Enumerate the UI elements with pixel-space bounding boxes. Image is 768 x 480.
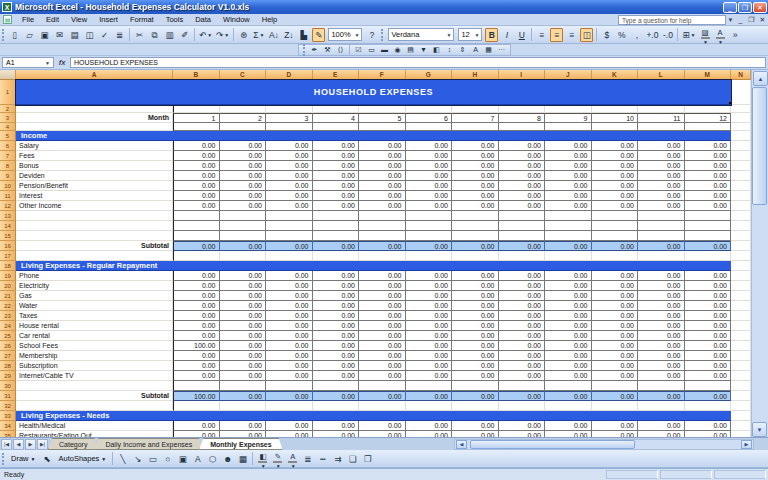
value-cell[interactable]: 0.00 <box>545 421 592 431</box>
empty-bordered-cell[interactable] <box>638 123 685 131</box>
subtotal-label-cell[interactable]: Subtotal <box>16 391 173 401</box>
value-cell[interactable]: 0.00 <box>406 151 453 161</box>
rectangle-icon[interactable]: ▭ <box>146 452 159 466</box>
row-label-cell[interactable]: Bonus <box>16 161 173 171</box>
value-cell[interactable]: 0.00 <box>220 321 267 331</box>
value-cell[interactable]: 0.00 <box>313 181 360 191</box>
value-cell[interactable]: 0.00 <box>359 301 406 311</box>
empty-cell[interactable] <box>638 251 685 261</box>
empty-cell[interactable] <box>359 251 406 261</box>
value-cell[interactable]: 0.00 <box>406 191 453 201</box>
value-cell[interactable]: 0.00 <box>220 171 267 181</box>
value-cell[interactable]: 0.00 <box>685 191 732 201</box>
workbook-close-button[interactable]: ✕ <box>757 16 768 24</box>
value-cell[interactable]: 0.00 <box>452 371 499 381</box>
view-code-icon[interactable]: ⟨⟩ <box>335 45 346 55</box>
cell-N20[interactable] <box>731 281 751 291</box>
empty-cell[interactable] <box>685 401 732 411</box>
row-header-2[interactable]: 2 <box>0 105 16 113</box>
decrease-decimal-icon[interactable]: -.0 <box>661 28 674 42</box>
value-cell[interactable]: 0.00 <box>592 201 639 211</box>
value-cell[interactable]: 0.00 <box>452 161 499 171</box>
cell-N23[interactable] <box>731 311 751 321</box>
oval-icon[interactable]: ○ <box>161 452 174 466</box>
empty-bordered-cell[interactable] <box>545 123 592 131</box>
value-cell[interactable]: 0.00 <box>592 181 639 191</box>
more-controls-icon[interactable]: ⋯ <box>496 45 507 55</box>
toolbar-grip[interactable] <box>2 29 5 41</box>
empty-bordered-cell[interactable] <box>313 221 360 231</box>
borders-icon[interactable]: ⊞▼ <box>681 28 696 42</box>
empty-bordered-cell[interactable] <box>499 231 546 241</box>
month-number-cell[interactable]: 11 <box>638 113 685 123</box>
row-label-cell[interactable]: Subscription <box>16 361 173 371</box>
empty-bordered-cell[interactable] <box>499 381 546 391</box>
value-cell[interactable]: 0.00 <box>545 171 592 181</box>
subtotal-value-cell[interactable]: 0.00 <box>220 241 267 251</box>
value-cell[interactable]: 0.00 <box>220 161 267 171</box>
cell-N1[interactable] <box>731 80 751 105</box>
value-cell[interactable]: 0.00 <box>313 311 360 321</box>
empty-cell[interactable] <box>220 251 267 261</box>
value-cell[interactable]: 0.00 <box>406 201 453 211</box>
row-label-cell[interactable]: Water <box>16 301 173 311</box>
value-cell[interactable]: 0.00 <box>220 201 267 211</box>
scroll-left-icon[interactable]: ◀ <box>456 440 467 449</box>
cell-N18[interactable] <box>731 261 751 271</box>
value-cell[interactable]: 0.00 <box>266 151 313 161</box>
value-cell[interactable]: 0.00 <box>359 311 406 321</box>
value-cell[interactable]: 0.00 <box>173 291 220 301</box>
value-cell[interactable]: 0.00 <box>592 191 639 201</box>
value-cell[interactable]: 0.00 <box>452 301 499 311</box>
value-cell[interactable]: 0.00 <box>452 281 499 291</box>
empty-cell[interactable] <box>499 401 546 411</box>
value-cell[interactable]: 0.00 <box>266 271 313 281</box>
month-number-cell[interactable]: 6 <box>406 113 453 123</box>
empty-bordered-cell[interactable] <box>406 211 453 221</box>
first-sheet-icon[interactable]: |◀ <box>1 439 12 450</box>
value-cell[interactable]: 0.00 <box>545 331 592 341</box>
row-header-13[interactable]: 13 <box>0 211 16 221</box>
subtotal-value-cell[interactable]: 0.00 <box>359 391 406 401</box>
value-cell[interactable]: 0.00 <box>452 151 499 161</box>
row-label-cell[interactable]: Health/Medical <box>16 421 173 431</box>
cell-N26[interactable] <box>731 341 751 351</box>
empty-cell[interactable] <box>452 105 499 113</box>
value-cell[interactable]: 0.00 <box>359 291 406 301</box>
row-header-33[interactable]: 33 <box>0 411 16 421</box>
value-cell[interactable]: 0.00 <box>452 191 499 201</box>
month-number-cell[interactable]: 7 <box>452 113 499 123</box>
value-cell[interactable]: 0.00 <box>173 331 220 341</box>
select-objects-icon[interactable]: ⬉ <box>40 452 53 466</box>
empty-bordered-cell[interactable] <box>592 381 639 391</box>
value-cell[interactable]: 0.00 <box>406 351 453 361</box>
row-header-10[interactable]: 10 <box>0 181 16 191</box>
value-cell[interactable]: 0.00 <box>313 331 360 341</box>
empty-cell[interactable] <box>266 251 313 261</box>
value-cell[interactable]: 0.00 <box>173 321 220 331</box>
subtotal-value-cell[interactable]: 0.00 <box>220 391 267 401</box>
value-cell[interactable]: 0.00 <box>545 321 592 331</box>
value-cell[interactable]: 0.00 <box>313 161 360 171</box>
empty-bordered-cell[interactable] <box>173 123 220 131</box>
bold-icon[interactable]: B <box>485 28 498 42</box>
empty-cell[interactable] <box>545 105 592 113</box>
subtotal-value-cell[interactable]: 0.00 <box>359 241 406 251</box>
empty-bordered-cell[interactable] <box>173 221 220 231</box>
value-cell[interactable]: 0.00 <box>499 421 546 431</box>
value-cell[interactable]: 0.00 <box>220 151 267 161</box>
cell-N25[interactable] <box>731 331 751 341</box>
value-cell[interactable]: 0.00 <box>685 271 732 281</box>
last-sheet-icon[interactable]: ▶| <box>37 439 48 450</box>
value-cell[interactable]: 0.00 <box>685 281 732 291</box>
empty-bordered-cell[interactable] <box>359 231 406 241</box>
column-header-F[interactable]: F <box>359 70 406 80</box>
value-cell[interactable]: 0.00 <box>173 271 220 281</box>
font-size-select[interactable]: 12▼ <box>458 28 482 41</box>
cell-N27[interactable] <box>731 351 751 361</box>
empty-bordered-cell[interactable] <box>499 211 546 221</box>
empty-bordered-cell[interactable] <box>406 221 453 231</box>
subtotal-value-cell[interactable]: 0.00 <box>499 241 546 251</box>
value-cell[interactable]: 0.00 <box>545 181 592 191</box>
value-cell[interactable]: 0.00 <box>220 331 267 341</box>
